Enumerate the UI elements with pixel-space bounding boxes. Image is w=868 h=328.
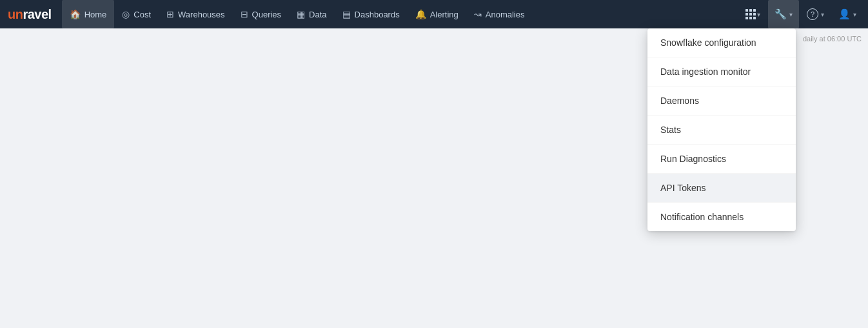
nav-item-dashboards[interactable]: ▤ Dashboards (335, 0, 408, 28)
settings-dropdown-menu: Snowflake configuration Data ingestion m… (647, 28, 796, 231)
menu-item-label-data-ingestion: Data ingestion monitor (660, 67, 751, 77)
nav-item-queries[interactable]: ⊟ Queries (233, 0, 290, 28)
apps-chevron-icon: ▾ (757, 11, 760, 18)
menu-item-label-run-diagnostics: Run Diagnostics (660, 154, 726, 164)
navbar: unravel 🏠 Home ◎ Cost ⊞ Warehouses ⊟ Que… (0, 0, 868, 28)
menu-item-data-ingestion-monitor[interactable]: Data ingestion monitor (647, 57, 796, 87)
logo-text: unravel (8, 7, 52, 22)
help-icon: ? (807, 8, 818, 20)
main-content: daily at 06:00 UTC Snowflake configurati… (0, 28, 868, 328)
menu-item-daemons[interactable]: Daemons (647, 87, 796, 116)
queries-icon: ⊟ (241, 9, 248, 19)
home-icon: 🏠 (70, 9, 81, 19)
menu-item-label-stats: Stats (660, 125, 681, 135)
anomalies-icon: ↝ (474, 9, 482, 19)
nav-label-alerting: Alerting (430, 10, 459, 19)
logo[interactable]: unravel (5, 7, 59, 22)
nav-label-anomalies: Anomalies (486, 10, 525, 19)
cost-icon: ◎ (122, 9, 130, 19)
nav-user-button[interactable]: 👤 ▾ (832, 0, 863, 28)
nav-item-anomalies[interactable]: ↝ Anomalies (466, 0, 533, 28)
warehouses-icon: ⊞ (166, 9, 174, 19)
settings-chevron-icon: ▾ (789, 11, 793, 18)
alerting-icon: 🔔 (415, 9, 426, 19)
menu-item-stats[interactable]: Stats (647, 116, 796, 145)
nav-item-cost[interactable]: ◎ Cost (114, 0, 159, 28)
user-icon: 👤 (838, 8, 851, 20)
nav-label-queries: Queries (252, 10, 282, 19)
nav-settings-button[interactable]: 🔧 ▾ (768, 0, 799, 28)
nav-apps-button[interactable]: ▾ (739, 0, 767, 28)
dashboards-icon: ▤ (342, 9, 351, 19)
nav-label-warehouses: Warehouses (178, 10, 225, 19)
help-chevron-icon: ▾ (821, 11, 824, 18)
nav-label-home: Home (84, 10, 107, 19)
nav-item-home[interactable]: 🏠 Home (62, 0, 115, 28)
menu-item-snowflake-configuration[interactable]: Snowflake configuration (647, 28, 796, 57)
status-hint: daily at 06:00 UTC (803, 35, 862, 43)
menu-item-label-api-tokens: API Tokens (660, 183, 706, 193)
menu-item-label-snowflake: Snowflake configuration (660, 37, 756, 48)
nav-label-dashboards: Dashboards (355, 10, 400, 19)
menu-item-run-diagnostics[interactable]: Run Diagnostics (647, 145, 796, 174)
nav-item-warehouses[interactable]: ⊞ Warehouses (159, 0, 233, 28)
grid-icon (745, 9, 756, 19)
status-hint-text: daily at 06:00 UTC (803, 35, 862, 43)
menu-item-notification-channels[interactable]: Notification channels (647, 203, 796, 231)
menu-item-api-tokens[interactable]: API Tokens (647, 174, 796, 203)
nav-help-button[interactable]: ? ▾ (800, 0, 831, 28)
nav-item-data[interactable]: ▦ Data (289, 0, 334, 28)
nav-right: ▾ 🔧 ▾ ? ▾ 👤 ▾ (739, 0, 863, 28)
nav-label-cost: Cost (133, 10, 151, 19)
nav-label-data: Data (309, 10, 326, 19)
menu-item-label-daemons: Daemons (660, 96, 699, 106)
user-chevron-icon: ▾ (853, 11, 856, 18)
settings-icon: 🔧 (774, 8, 787, 20)
nav-item-alerting[interactable]: 🔔 Alerting (408, 0, 466, 28)
data-icon: ▦ (297, 9, 305, 19)
menu-item-label-notification-channels: Notification channels (660, 212, 744, 222)
